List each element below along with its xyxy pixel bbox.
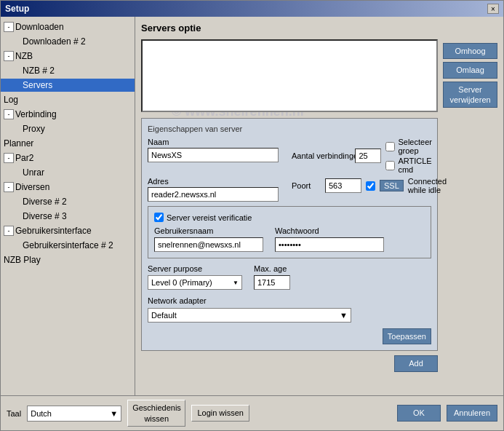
sidebar-item-label: Diverse # 2: [23, 197, 67, 207]
toggle-nzb[interactable]: -: [4, 51, 14, 61]
network-dropdown-icon: ▼: [340, 311, 348, 320]
sidebar: - Downloaden Downloaden # 2 - NZB NZB # …: [1, 17, 135, 395]
taal-select[interactable]: Dutch ▼: [27, 406, 121, 422]
ok-button[interactable]: OK: [397, 405, 441, 421]
sidebar-item-label: Gebruikersinterface: [15, 226, 92, 236]
sidebar-item-proxy[interactable]: Proxy: [1, 122, 135, 136]
taal-dropdown-icon: ▼: [110, 409, 118, 418]
article-cmd-checkbox[interactable]: [385, 161, 395, 170]
verwijderen-button[interactable]: Server verwijderen: [443, 82, 497, 108]
sidebar-item-par2[interactable]: - Par2: [1, 151, 135, 165]
sidebar-item-log[interactable]: Log: [1, 92, 135, 107]
sidebar-item-label: NZB: [15, 51, 33, 61]
maxage-group: Max. age: [254, 264, 290, 290]
sidebar-item-diverse2[interactable]: Diverse # 2: [1, 194, 135, 209]
selecteer-groep-row: Selecteer groep: [385, 138, 443, 155]
purpose-dropdown-icon: ▼: [233, 280, 239, 286]
gebruikersnaam-input[interactable]: [154, 237, 263, 252]
toggle-gebruikersinterface[interactable]: -: [4, 226, 14, 236]
wachtwoord-label: Wachtwoord: [275, 226, 384, 235]
sidebar-item-diverse3[interactable]: Diverse # 3: [1, 209, 135, 224]
sidebar-item-label: NZB # 2: [23, 66, 55, 76]
sidebar-item-gebruikersinterface[interactable]: - Gebruikersinterface: [1, 224, 135, 238]
toggle-verbinding[interactable]: -: [4, 109, 14, 119]
sidebar-item-label: Verbinding: [15, 109, 57, 119]
naam-input[interactable]: [148, 148, 279, 162]
adres-input[interactable]: [148, 187, 279, 202]
omlaag-button[interactable]: Omlaag: [443, 62, 497, 78]
properties-box: Eigenschappen van server Naam Aantal ver…: [141, 118, 438, 351]
sidebar-item-nzbplay[interactable]: NZB Play: [1, 253, 135, 267]
annuleren-button[interactable]: Annuleren: [447, 405, 497, 421]
sidebar-item-gebruikersinterface2[interactable]: Gebruikersinterface # 2: [1, 238, 135, 253]
wachtwoord-input[interactable]: [275, 237, 384, 252]
wachtwoord-group: Wachtwoord: [275, 226, 384, 252]
sidebar-item-nzb[interactable]: - NZB: [1, 49, 135, 63]
sidebar-item-label: Downloaden # 2: [23, 36, 86, 47]
sidebar-item-servers[interactable]: Servers: [1, 78, 135, 92]
geschiedenis-button[interactable]: Geschiedenis wissen: [127, 400, 185, 427]
gebruikersnaam-group: Gebruikersnaam: [154, 226, 263, 252]
maxage-label: Max. age: [254, 264, 290, 273]
toggle-diversen[interactable]: -: [4, 182, 14, 192]
ssl-label: SSL: [380, 180, 404, 191]
toggle-par2[interactable]: -: [4, 153, 14, 163]
sidebar-item-label: Unrar: [23, 167, 44, 178]
network-label: Network adapter: [148, 296, 207, 305]
verification-title-row: Server vereist verificatie: [154, 213, 425, 222]
sidebar-item-downloaden2[interactable]: Downloaden # 2: [1, 34, 135, 49]
sidebar-item-label: Proxy: [23, 124, 45, 134]
purpose-value: Level 0 (Primary): [151, 278, 212, 287]
sidebar-item-label: Diverse # 3: [23, 211, 67, 221]
footer: Taal Dutch ▼ Geschiedenis wissen Login w…: [1, 395, 503, 430]
add-button[interactable]: Add: [394, 355, 438, 371]
network-value: Default: [151, 311, 177, 320]
section-title: Servers optie: [141, 23, 497, 33]
server-purpose-row: Server purpose Level 0 (Primary) ▼ Max. …: [148, 264, 431, 290]
verification-box: Server vereist verificatie Gebruikersnaa…: [148, 206, 431, 258]
sidebar-item-label: NZB Play: [4, 255, 41, 265]
selecteer-groep-label: Selecteer groep: [398, 138, 443, 155]
purpose-group: Server purpose Level 0 (Primary) ▼: [148, 264, 242, 290]
close-button[interactable]: ×: [487, 4, 499, 14]
verification-checkbox[interactable]: [154, 213, 164, 222]
purpose-select[interactable]: Level 0 (Primary) ▼: [148, 275, 242, 290]
toggle-downloaden[interactable]: -: [4, 22, 14, 32]
apply-row: Toepassen: [148, 328, 431, 344]
sidebar-item-verbinding[interactable]: - Verbinding: [1, 107, 135, 122]
taal-label: Taal: [7, 409, 21, 418]
setup-window: Setup × - Downloaden Downloaden # 2 -: [0, 0, 504, 431]
sidebar-item-diversen[interactable]: - Diversen: [1, 180, 135, 194]
sidebar-item-label: Log: [4, 95, 18, 105]
sidebar-item-planner[interactable]: Planner: [1, 136, 135, 151]
sidebar-item-label: Planner: [4, 138, 33, 149]
article-cmd-label: ARTICLE cmd: [398, 157, 443, 174]
toepassen-button[interactable]: Toepassen: [383, 328, 431, 344]
main-content: Servers optie © www.snelrennen.nl Omhoog…: [135, 17, 503, 395]
taal-value: Dutch: [31, 409, 52, 418]
sidebar-item-unrar[interactable]: Unrar: [1, 165, 135, 180]
aantal-label: Aantal verbindingen: [292, 151, 351, 160]
naam-label: Naam: [148, 138, 279, 146]
add-row: Add: [141, 355, 438, 371]
poort-input[interactable]: [325, 178, 361, 193]
title-bar: Setup ×: [1, 1, 503, 17]
window-title: Setup: [5, 4, 29, 14]
ssl-checkbox[interactable]: [366, 181, 375, 191]
sidebar-item-nzb2[interactable]: NZB # 2: [1, 63, 135, 78]
connected-label: Connected while idle: [408, 177, 447, 194]
purpose-label: Server purpose: [148, 264, 242, 273]
verification-label: Server vereist verificatie: [167, 213, 252, 222]
omhoog-button[interactable]: Omhoog: [443, 43, 497, 59]
aantal-input[interactable]: [355, 149, 381, 163]
network-select[interactable]: Default ▼: [148, 308, 351, 323]
adres-label: Adres: [148, 177, 279, 186]
maxage-input[interactable]: [254, 275, 290, 290]
selecteer-groep-checkbox[interactable]: [385, 142, 395, 151]
server-list[interactable]: [141, 39, 438, 112]
article-cmd-row: ARTICLE cmd: [385, 157, 443, 174]
window-body: - Downloaden Downloaden # 2 - NZB NZB # …: [1, 17, 503, 395]
login-wissen-button[interactable]: Login wissen: [191, 405, 249, 421]
sidebar-item-label: Gebruikersinterface # 2: [23, 240, 113, 250]
sidebar-item-downloaden[interactable]: - Downloaden: [1, 20, 135, 34]
